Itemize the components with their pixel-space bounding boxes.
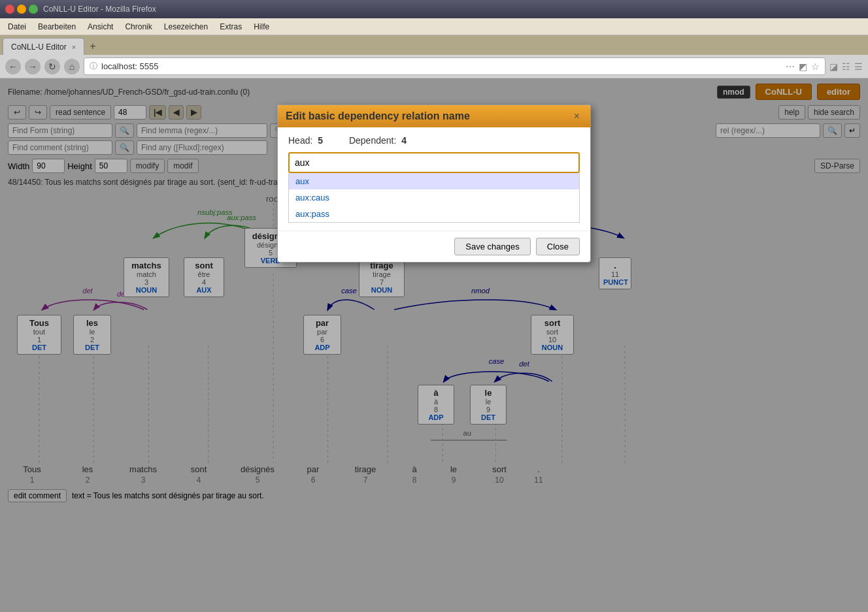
head-label: Head: 5 [288,135,323,146]
window-title: CoNLL-U Editor - Mozilla Firefox [43,5,156,14]
modal-footer: Save changes Close [278,231,590,262]
menu-lesezeichen[interactable]: Lesezeichen [159,21,213,33]
dependent-value: 4 [401,135,407,146]
menubar: Datei Bearbeiten Ansicht Chronik Lesezei… [0,18,868,35]
relation-input[interactable] [288,152,580,173]
star-icon[interactable]: ☆ [811,61,820,72]
modal-info-row: Head: 5 Dependent: 4 [288,135,580,146]
menu-extras[interactable]: Extras [214,21,247,33]
maximize-window-button[interactable] [29,5,38,14]
back-button[interactable]: ← [5,59,21,74]
modal-close-x-button[interactable]: × [571,110,582,122]
library-icon[interactable]: ◪ [829,61,838,72]
forward-button[interactable]: → [25,59,41,74]
modal-header: Edit basic dependency relation name × [278,105,590,127]
reload-button[interactable]: ↻ [44,59,60,74]
more-icon[interactable]: ⋯ [786,61,795,72]
menu-chronik[interactable]: Chronik [120,21,157,33]
close-window-button[interactable] [5,5,14,14]
save-changes-button[interactable]: Save changes [454,238,530,255]
minimize-window-button[interactable] [17,5,26,14]
dependent-label: Dependent: 4 [349,135,407,146]
menu-hilfe[interactable]: Hilfe [248,21,275,33]
new-tab-button[interactable]: + [84,38,101,55]
tab-label: CoNLL-U Editor [11,42,67,52]
head-value: 5 [318,135,323,146]
edit-relation-modal: Edit basic dependency relation name × He… [277,105,591,263]
modal-overlay: Edit basic dependency relation name × He… [0,78,868,612]
autocomplete-item-aux-pass[interactable]: aux:pass [289,206,579,222]
menu-bearbeiten[interactable]: Bearbeiten [33,21,81,33]
tab-close-button[interactable]: × [72,43,76,51]
titlebar: CoNLL-U Editor - Mozilla Firefox [0,0,868,18]
bookmark-shield-icon[interactable]: ◩ [799,61,807,72]
menu-icon[interactable]: ☰ [854,61,863,72]
modal-title: Edit basic dependency relation name [286,110,470,122]
sidebar-icon[interactable]: ☷ [842,61,850,72]
close-modal-button[interactable]: Close [536,238,580,255]
address-box: ⓘ localhost: 5555 ⋯ ◩ ☆ [84,57,826,75]
address-action-icons: ⋯ ◩ ☆ [786,61,820,72]
menu-ansicht[interactable]: Ansicht [82,21,118,33]
menu-datei[interactable]: Datei [3,21,31,33]
window-controls [5,5,38,14]
addressbar: ← → ↻ ⌂ ⓘ localhost: 5555 ⋯ ◩ ☆ ◪ ☷ ☰ [0,55,868,78]
autocomplete-item-aux-caus[interactable]: aux:caus [289,189,579,206]
home-button[interactable]: ⌂ [64,59,80,74]
lock-icon: ⓘ [90,61,97,72]
tabbar: CoNLL-U Editor × + [0,35,868,55]
url-display[interactable]: localhost: 5555 [101,61,782,71]
app-area: Filename: /home/johannes/UD_French-GSD/f… [0,78,868,612]
modal-body: Head: 5 Dependent: 4 aux aux:caus aux:pa… [278,127,590,231]
autocomplete-list: aux aux:caus aux:pass [288,173,580,223]
browser-tab[interactable]: CoNLL-U Editor × [3,38,84,55]
autocomplete-item-aux[interactable]: aux [289,173,579,189]
